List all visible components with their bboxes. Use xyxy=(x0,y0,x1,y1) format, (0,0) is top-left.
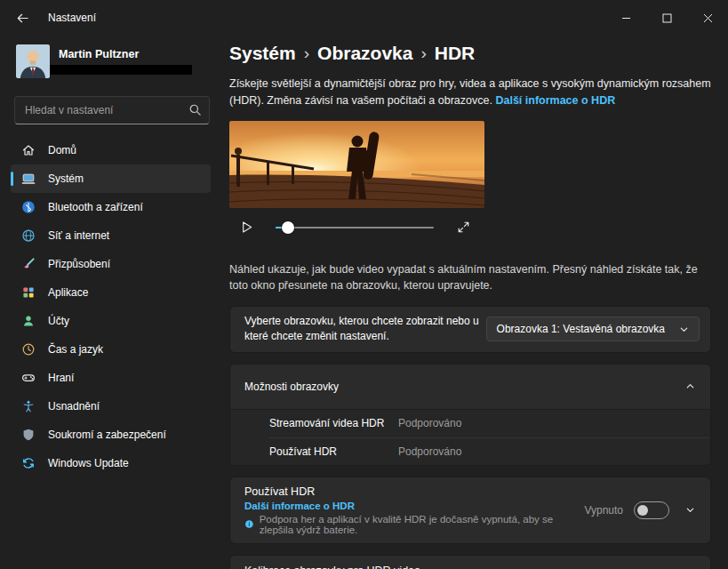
titlebar: Nastavení xyxy=(0,0,728,36)
sidebar-item-accounts[interactable]: Účty xyxy=(11,307,211,335)
user-name: Martin Pultzner xyxy=(59,48,192,60)
hdr-video-preview xyxy=(229,121,484,208)
page-title: HDR xyxy=(435,43,476,64)
sidebar-item-label: Domů xyxy=(48,144,76,156)
sidebar-item-label: Soukromí a zabezpečení xyxy=(48,429,166,441)
use-hdr-note: Podpora her a aplikací v kvalitě HDR je … xyxy=(260,514,585,535)
option-value: Podporováno xyxy=(398,417,461,429)
sidebar-item-label: Windows Update xyxy=(48,457,129,469)
sidebar-item-label: Čas a jazyk xyxy=(48,343,103,356)
sidebar: Martin Pultzner Domů Systém xyxy=(0,36,222,569)
personalization-icon xyxy=(21,257,36,271)
chevron-down-icon xyxy=(685,505,695,515)
slider-track xyxy=(276,227,434,228)
user-avatar xyxy=(16,44,50,78)
system-icon xyxy=(21,172,36,186)
use-hdr-title: Používat HDR xyxy=(244,485,584,498)
privacy-icon xyxy=(21,428,36,442)
main-content: Systém › Obrazovka › HDR Získejte světle… xyxy=(222,36,728,569)
settings-window: Nastavení Martin Pultzner xyxy=(0,0,728,569)
chevron-down-icon xyxy=(679,325,689,334)
option-label: Streamování videa HDR xyxy=(269,417,398,429)
sidebar-item-label: Hraní xyxy=(48,372,74,384)
sidebar-item-label: Bluetooth a zařízení xyxy=(48,201,143,213)
sidebar-item-gaming[interactable]: Hraní xyxy=(11,364,211,392)
sidebar-nav: Domů Systém Bluetooth a zařízení Síť a i… xyxy=(0,136,222,477)
breadcrumb-separator: › xyxy=(304,44,309,63)
maximize-button[interactable] xyxy=(646,0,687,36)
sidebar-item-label: Síť a internet xyxy=(48,229,109,242)
calibration-title: Kalibrace obrazovky pro HDR video xyxy=(244,565,576,569)
accounts-icon xyxy=(21,314,36,328)
display-select-card: Vyberte obrazovku, kterou chcete zobrazi… xyxy=(229,306,711,353)
play-button[interactable] xyxy=(235,216,258,239)
user-email-redacted xyxy=(50,65,192,75)
sidebar-item-time-language[interactable]: Čas a jazyk xyxy=(11,335,211,364)
video-seek-slider[interactable] xyxy=(276,221,434,234)
sidebar-item-windows-update[interactable]: Windows Update xyxy=(11,449,211,477)
use-hdr-toggle[interactable] xyxy=(634,501,669,519)
sidebar-item-privacy-security[interactable]: Soukromí a zabezpečení xyxy=(11,421,211,449)
toggle-state-label: Vypnuto xyxy=(584,504,623,517)
chevron-up-icon xyxy=(685,381,695,391)
time-language-icon xyxy=(21,342,36,357)
close-button[interactable] xyxy=(687,0,728,36)
option-row-use-hdr: Používat HDR Podporováno xyxy=(269,437,710,465)
expand-button[interactable] xyxy=(678,499,701,522)
fullscreen-button[interactable] xyxy=(452,216,475,239)
windows-update-icon xyxy=(21,456,36,470)
sidebar-item-personalization[interactable]: Přizpůsobení xyxy=(11,250,211,278)
apps-icon xyxy=(21,285,36,300)
option-label: Používat HDR xyxy=(269,445,398,458)
sidebar-item-accessibility[interactable]: Usnadnění xyxy=(11,392,211,421)
display-select-value: Obrazovka 1: Vestavěná obrazovka xyxy=(497,323,665,335)
minimize-button[interactable] xyxy=(605,0,646,36)
sidebar-item-network-internet[interactable]: Síť a internet xyxy=(11,221,211,250)
sidebar-item-label: Systém xyxy=(48,172,84,185)
hdr-description: Získejte světlejší a dynamičtější obraz … xyxy=(229,76,711,109)
window-title: Nastavení xyxy=(48,12,96,24)
display-options-header[interactable]: Možnosti obrazovky xyxy=(230,365,710,409)
accessibility-icon xyxy=(21,399,36,413)
preview-note: Náhled ukazuje, jak bude video vypadat s… xyxy=(229,261,711,293)
slider-thumb[interactable] xyxy=(282,221,294,234)
window-controls xyxy=(605,0,728,36)
search-icon xyxy=(188,103,202,116)
sidebar-item-home[interactable]: Domů xyxy=(11,136,211,164)
use-hdr-learn-more-link[interactable]: Další informace o HDR xyxy=(244,501,584,511)
network-icon xyxy=(21,228,36,243)
sidebar-item-label: Aplikace xyxy=(48,286,88,299)
sidebar-item-bluetooth-devices[interactable]: Bluetooth a zařízení xyxy=(11,193,211,221)
option-row-hdr-streaming: Streamování videa HDR Podporováno xyxy=(269,410,710,437)
video-controls xyxy=(229,216,475,239)
display-select-dropdown[interactable]: Obrazovka 1: Vestavěná obrazovka xyxy=(486,317,700,341)
settings-search xyxy=(14,96,210,124)
bluetooth-icon xyxy=(21,200,36,214)
sidebar-item-system[interactable]: Systém xyxy=(11,164,211,193)
info-icon xyxy=(244,518,254,530)
breadcrumb-separator: › xyxy=(420,44,426,63)
breadcrumb-display[interactable]: Obrazovka xyxy=(317,43,412,64)
use-hdr-card: Používat HDR Další informace o HDR Podpo… xyxy=(229,477,711,544)
hdr-calibration-card: Kalibrace obrazovky pro HDR video Zapnět… xyxy=(229,555,711,569)
hdr-description-text: Získejte světlejší a dynamičtější obraz … xyxy=(229,77,711,107)
sidebar-item-label: Účty xyxy=(48,315,69,327)
user-profile[interactable]: Martin Pultzner xyxy=(0,41,222,87)
display-options-content: Streamování videa HDR Podporováno Použív… xyxy=(230,409,710,465)
collapse-button[interactable] xyxy=(678,565,701,569)
home-icon xyxy=(21,143,36,157)
back-button[interactable] xyxy=(5,4,39,32)
search-input[interactable] xyxy=(14,96,210,124)
sidebar-item-label: Usnadnění xyxy=(48,400,100,413)
collapse-button[interactable] xyxy=(678,375,701,398)
hdr-learn-more-link[interactable]: Další informace o HDR xyxy=(495,94,615,107)
display-select-label: Vyberte obrazovku, kterou chcete zobrazi… xyxy=(244,314,486,345)
gaming-icon xyxy=(21,371,36,385)
sidebar-item-label: Přizpůsobení xyxy=(48,258,110,270)
breadcrumb-system[interactable]: Systém xyxy=(229,43,296,64)
toggle-knob xyxy=(637,505,648,516)
display-options-title: Možnosti obrazovky xyxy=(244,381,339,393)
option-value: Podporováno xyxy=(398,445,461,458)
sidebar-item-apps[interactable]: Aplikace xyxy=(11,278,211,307)
breadcrumb: Systém › Obrazovka › HDR xyxy=(229,43,711,64)
